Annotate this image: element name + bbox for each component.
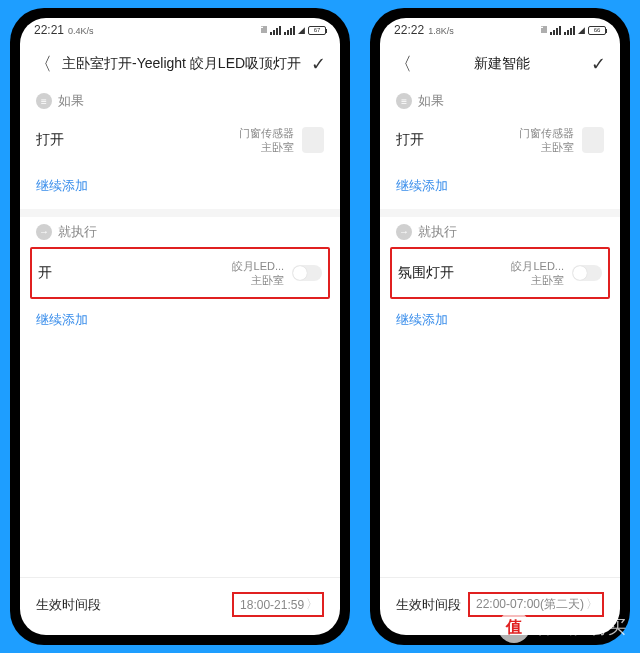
action-device: 皎月LED...	[232, 259, 285, 273]
footer: 生效时间段 18:00-21:59 〉	[20, 577, 340, 635]
add-condition-button[interactable]: 继续添加	[20, 167, 340, 209]
wifi-icon: ◢	[578, 25, 585, 35]
spacer	[380, 343, 620, 577]
condition-row[interactable]: 打开 门窗传感器 主卧室	[20, 114, 340, 167]
condition-name: 打开	[396, 131, 519, 149]
condition-room: 主卧室	[239, 140, 294, 154]
then-label: 就执行	[418, 223, 457, 241]
status-speed: 1.8K/s	[428, 26, 454, 36]
action-switch-icon	[572, 265, 602, 281]
action-room: 主卧室	[232, 273, 285, 287]
chevron-right-icon: 〉	[306, 596, 318, 613]
signal-icon	[550, 26, 561, 35]
header: 〈 新建智能 ✓	[380, 42, 620, 86]
phone-left: 22:21 0.4K/s ill ◢ 67 〈 主卧室打开-Yeelight 皎…	[10, 8, 350, 645]
back-icon[interactable]: 〈	[394, 52, 412, 76]
divider	[380, 209, 620, 217]
page-title: 新建智能	[422, 55, 581, 73]
status-time: 22:22	[394, 23, 424, 37]
phone-right: 22:22 1.8K/s ill ◢ 66 〈 新建智能 ✓ ≡ 如果 打开 门…	[370, 8, 630, 645]
action-highlight: 开 皎月LED... 主卧室	[30, 247, 330, 300]
status-bar: 22:22 1.8K/s ill ◢ 66	[380, 18, 620, 42]
if-label: 如果	[58, 92, 84, 110]
signal-icon-2	[284, 26, 295, 35]
action-switch-icon	[292, 265, 322, 281]
time-period-label: 生效时间段	[36, 596, 232, 614]
action-name: 氛围灯开	[398, 264, 511, 282]
signal-icon	[270, 26, 281, 35]
device-thumb-icon	[582, 127, 604, 153]
footer: 生效时间段 22:00-07:00(第二天) 〉	[380, 577, 620, 635]
condition-device: 门窗传感器	[519, 126, 574, 140]
action-row[interactable]: 氛围灯开 皎月LED... 主卧室	[392, 249, 608, 298]
if-section: ≡ 如果	[20, 86, 340, 114]
action-room: 主卧室	[511, 273, 564, 287]
add-action-button[interactable]: 继续添加	[20, 301, 340, 343]
screen: 22:21 0.4K/s ill ◢ 67 〈 主卧室打开-Yeelight 皎…	[20, 18, 340, 635]
condition-room: 主卧室	[519, 140, 574, 154]
confirm-icon[interactable]: ✓	[311, 53, 326, 75]
then-icon: →	[36, 224, 52, 240]
divider	[20, 209, 340, 217]
action-highlight: 氛围灯开 皎月LED... 主卧室	[390, 247, 610, 300]
action-device: 皎月LED...	[511, 259, 564, 273]
status-speed: 0.4K/s	[68, 26, 94, 36]
if-icon: ≡	[396, 93, 412, 109]
status-time: 22:21	[34, 23, 64, 37]
device-thumb-icon	[302, 127, 324, 153]
time-range-button[interactable]: 22:00-07:00(第二天) 〉	[468, 592, 604, 617]
if-icon: ≡	[36, 93, 52, 109]
page-title: 主卧室打开-Yeelight 皎月LED吸顶灯开	[62, 55, 301, 73]
signal-label: ill	[541, 25, 547, 35]
condition-name: 打开	[36, 131, 239, 149]
wifi-icon: ◢	[298, 25, 305, 35]
spacer	[20, 343, 340, 577]
then-label: 就执行	[58, 223, 97, 241]
then-section: → 就执行	[380, 217, 620, 245]
confirm-icon[interactable]: ✓	[591, 53, 606, 75]
condition-device: 门窗传感器	[239, 126, 294, 140]
header: 〈 主卧室打开-Yeelight 皎月LED吸顶灯开 ✓	[20, 42, 340, 86]
battery-icon: 66	[588, 26, 606, 35]
add-condition-button[interactable]: 继续添加	[380, 167, 620, 209]
time-range-value: 22:00-07:00(第二天)	[476, 596, 584, 613]
screen: 22:22 1.8K/s ill ◢ 66 〈 新建智能 ✓ ≡ 如果 打开 门…	[380, 18, 620, 635]
time-period-label: 生效时间段	[396, 596, 468, 614]
back-icon[interactable]: 〈	[34, 52, 52, 76]
add-action-button[interactable]: 继续添加	[380, 301, 620, 343]
time-range-button[interactable]: 18:00-21:59 〉	[232, 592, 324, 617]
then-section: → 就执行	[20, 217, 340, 245]
condition-row[interactable]: 打开 门窗传感器 主卧室	[380, 114, 620, 167]
if-label: 如果	[418, 92, 444, 110]
then-icon: →	[396, 224, 412, 240]
time-range-value: 18:00-21:59	[240, 598, 304, 612]
action-row[interactable]: 开 皎月LED... 主卧室	[32, 249, 328, 298]
status-bar: 22:21 0.4K/s ill ◢ 67	[20, 18, 340, 42]
if-section: ≡ 如果	[380, 86, 620, 114]
signal-icon-2	[564, 26, 575, 35]
chevron-right-icon: 〉	[586, 596, 598, 613]
signal-label: ill	[261, 25, 267, 35]
battery-icon: 67	[308, 26, 326, 35]
action-name: 开	[38, 264, 232, 282]
